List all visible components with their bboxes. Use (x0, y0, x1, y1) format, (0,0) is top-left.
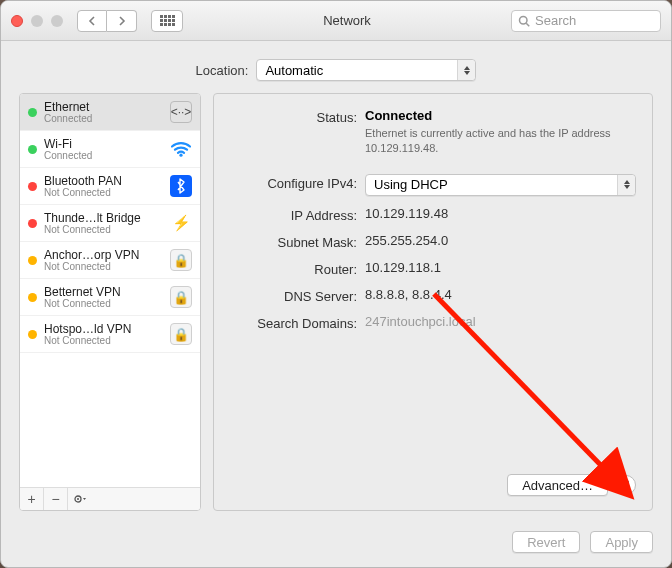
sidebar-item-ethernet[interactable]: EthernetConnected<··> (20, 94, 200, 131)
close-icon[interactable] (11, 15, 23, 27)
titlebar: Network Search (1, 1, 671, 41)
sidebar: EthernetConnected<··>Wi-FiConnectedBluet… (19, 93, 201, 511)
location-value: Automatic (265, 63, 323, 78)
service-name: Anchor…orp VPN (44, 248, 163, 262)
router-label: Router: (230, 260, 365, 277)
gear-icon (73, 494, 87, 504)
service-status: Connected (44, 151, 163, 161)
service-name: Bluetooth PAN (44, 174, 163, 188)
service-list[interactable]: EthernetConnected<··>Wi-FiConnectedBluet… (20, 94, 200, 487)
network-preferences-window: Network Search Location: Automatic Ether… (0, 0, 672, 568)
sidebar-item-bluetooth-pan[interactable]: Bluetooth PANNot Connected (20, 168, 200, 205)
thunderbolt-icon: ⚡ (170, 212, 192, 234)
apply-button[interactable]: Apply (590, 531, 653, 553)
service-status: Not Connected (44, 225, 163, 235)
service-name: Betternet VPN (44, 285, 163, 299)
location-row: Location: Automatic (1, 41, 671, 93)
status-dot-icon (28, 219, 37, 228)
chevron-updown-icon (457, 60, 475, 80)
svg-point-1 (179, 154, 182, 157)
subnet-mask-label: Subnet Mask: (230, 233, 365, 250)
lock-icon: 🔒 (170, 323, 192, 345)
service-name: Hotspo…ld VPN (44, 322, 163, 336)
search-field[interactable]: Search (511, 10, 661, 32)
window-title: Network (191, 13, 503, 28)
service-actions-button[interactable] (68, 488, 92, 510)
status-dot-icon (28, 293, 37, 302)
ip-address-value: 10.129.119.48 (365, 206, 636, 223)
sidebar-item-betternet-vpn[interactable]: Betternet VPNNot Connected🔒 (20, 279, 200, 316)
chevron-left-icon (88, 16, 96, 26)
nav-buttons (77, 10, 137, 32)
status-label: Status: (230, 108, 365, 156)
advanced-row: Advanced… ? (230, 474, 636, 496)
dns-server-label: DNS Server: (230, 287, 365, 304)
service-status: Not Connected (44, 336, 163, 346)
grid-icon (160, 15, 175, 26)
detail-panel: Status: Connected Ethernet is currently … (213, 93, 653, 511)
body: EthernetConnected<··>Wi-FiConnectedBluet… (1, 93, 671, 521)
sidebar-item-anchor-orp-vpn[interactable]: Anchor…orp VPNNot Connected🔒 (20, 242, 200, 279)
configure-ipv4-value: Using DHCP (374, 177, 448, 192)
service-status: Not Connected (44, 188, 163, 198)
subnet-mask-value: 255.255.254.0 (365, 233, 636, 250)
chevron-updown-icon (617, 175, 635, 195)
search-domains-value: 247intouchpci.local (365, 314, 636, 331)
search-icon (518, 15, 530, 27)
sidebar-item-hotspo-ld-vpn[interactable]: Hotspo…ld VPNNot Connected🔒 (20, 316, 200, 353)
ip-address-label: IP Address: (230, 206, 365, 223)
status-dot-icon (28, 182, 37, 191)
help-button[interactable]: ? (616, 475, 636, 495)
sidebar-item-wi-fi[interactable]: Wi-FiConnected (20, 131, 200, 168)
service-name: Ethernet (44, 100, 163, 114)
configure-ipv4-label: Configure IPv4: (230, 174, 365, 196)
search-placeholder: Search (535, 13, 576, 28)
service-name: Wi-Fi (44, 137, 163, 151)
sidebar-footer: + − (20, 487, 200, 510)
show-all-button[interactable] (151, 10, 183, 32)
status-dot-icon (28, 145, 37, 154)
window-controls (11, 15, 63, 27)
status-value: Connected (365, 108, 636, 123)
remove-service-button[interactable]: − (44, 488, 68, 510)
forward-button[interactable] (107, 10, 137, 32)
search-domains-label: Search Domains: (230, 314, 365, 331)
minimize-icon (31, 15, 43, 27)
location-label: Location: (196, 63, 249, 78)
sidebar-item-thunde-lt-bridge[interactable]: Thunde…lt BridgeNot Connected⚡ (20, 205, 200, 242)
dns-server-value: 8.8.8.8, 8.8.4.4 (365, 287, 636, 304)
wifi-icon (170, 138, 192, 160)
bluetooth-icon (170, 175, 192, 197)
router-value: 10.129.118.1 (365, 260, 636, 277)
configure-ipv4-select[interactable]: Using DHCP (365, 174, 636, 196)
lock-icon: 🔒 (170, 249, 192, 271)
service-status: Connected (44, 114, 163, 124)
advanced-button[interactable]: Advanced… (507, 474, 608, 496)
add-service-button[interactable]: + (20, 488, 44, 510)
status-dot-icon (28, 256, 37, 265)
chevron-right-icon (118, 16, 126, 26)
status-dot-icon (28, 108, 37, 117)
ethernet-icon: <··> (170, 101, 192, 123)
service-status: Not Connected (44, 299, 163, 309)
status-hint: Ethernet is currently active and has the… (365, 126, 636, 156)
status-dot-icon (28, 330, 37, 339)
zoom-icon (51, 15, 63, 27)
back-button[interactable] (77, 10, 107, 32)
service-name: Thunde…lt Bridge (44, 211, 163, 225)
service-status: Not Connected (44, 262, 163, 272)
svg-point-3 (77, 498, 79, 500)
lock-icon: 🔒 (170, 286, 192, 308)
svg-point-0 (520, 16, 528, 24)
location-select[interactable]: Automatic (256, 59, 476, 81)
footer: Revert Apply (1, 521, 671, 567)
revert-button[interactable]: Revert (512, 531, 580, 553)
